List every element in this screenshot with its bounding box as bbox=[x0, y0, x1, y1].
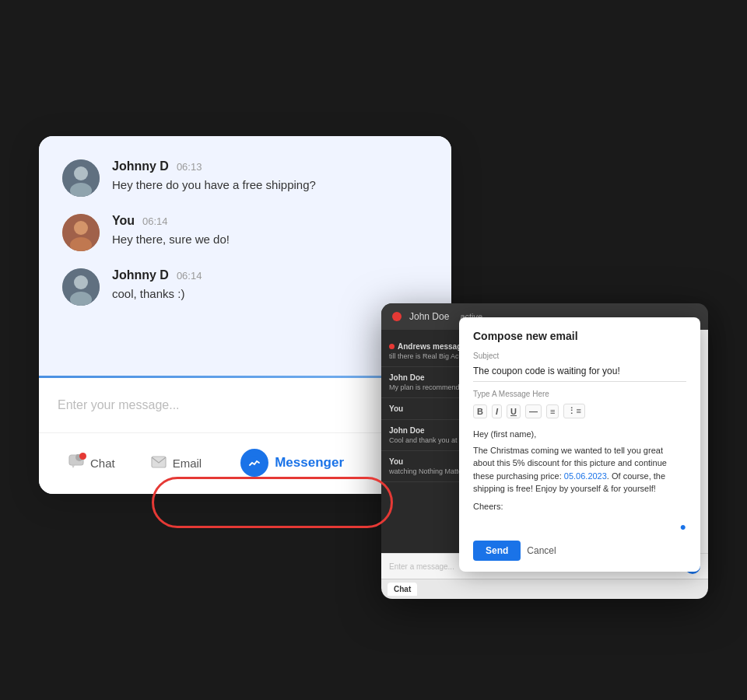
modal-closing: Cheers: bbox=[473, 500, 686, 513]
modal-title: Compose new email bbox=[473, 330, 686, 342]
modal-toolbar: B I U — ≡ ⋮≡ bbox=[473, 401, 686, 422]
tab-email[interactable]: Email bbox=[137, 450, 216, 477]
modal-body-content: The Christmas coming we wanted to tell y… bbox=[473, 444, 686, 495]
underline-button[interactable]: U bbox=[507, 404, 521, 418]
message-content-3: Johnny D 06:14 cool, thanks :) bbox=[112, 268, 202, 302]
message-header-2: You 06:14 bbox=[112, 214, 230, 228]
chat-input-placeholder[interactable]: Enter your message... bbox=[58, 392, 433, 418]
modal-body-text: Hey (first name), The Christmas coming w… bbox=[473, 428, 686, 513]
svg-rect-12 bbox=[152, 457, 166, 467]
message-time-3: 06:14 bbox=[177, 270, 202, 282]
chat-notification-dot bbox=[79, 453, 86, 460]
cancel-button[interactable]: Cancel bbox=[527, 545, 556, 556]
message-row: Johnny D 06:13 Hey there do you have a f… bbox=[62, 159, 428, 197]
message-header-3: Johnny D 06:14 bbox=[112, 268, 202, 282]
messenger-icon bbox=[240, 449, 268, 477]
message-text-3: cool, thanks :) bbox=[112, 285, 202, 302]
tab-chat[interactable]: Chat bbox=[54, 448, 129, 478]
italic-button[interactable]: I bbox=[492, 404, 502, 418]
message-text-1: Hey there do you have a free shipping? bbox=[112, 177, 316, 193]
chat-tab-label: Chat bbox=[90, 457, 115, 470]
body-label: Type a message here bbox=[473, 390, 686, 398]
highlight-date: 05.06.2023 bbox=[564, 471, 607, 481]
list-button[interactable]: ⋮≡ bbox=[563, 404, 584, 418]
bold-button[interactable]: B bbox=[473, 404, 487, 418]
sender-name-2: You bbox=[112, 214, 135, 228]
avatar-you bbox=[62, 214, 100, 251]
message-text-2: Hey there, sure we do! bbox=[112, 231, 230, 247]
align-button[interactable]: ≡ bbox=[546, 404, 559, 418]
send-button[interactable]: Send bbox=[473, 541, 521, 561]
modal-actions: Send Cancel bbox=[473, 541, 686, 561]
avatar-johnny-1 bbox=[62, 159, 100, 197]
header-status-dot bbox=[392, 312, 402, 321]
email-compose-modal: Compose new email Subject Type a message… bbox=[459, 317, 700, 572]
svg-point-7 bbox=[74, 275, 88, 289]
message-time-1: 06:13 bbox=[177, 161, 202, 173]
svg-marker-10 bbox=[72, 465, 75, 468]
message-header-1: Johnny D 06:13 bbox=[112, 159, 316, 173]
message-content-2: You 06:14 Hey there, sure we do! bbox=[112, 214, 230, 247]
messenger-tab-label: Messenger bbox=[275, 455, 344, 471]
svg-point-4 bbox=[74, 221, 88, 235]
message-time-2: 06:14 bbox=[142, 215, 168, 227]
message-row-3: Johnny D 06:14 cool, thanks :) bbox=[62, 268, 428, 306]
message-content-1: Johnny D 06:13 Hey there do you have a f… bbox=[112, 159, 316, 193]
message-row-2: You 06:14 Hey there, sure we do! bbox=[62, 214, 428, 251]
subject-input[interactable] bbox=[473, 362, 686, 382]
chat-icon bbox=[68, 454, 84, 472]
sender-name-3: Johnny D bbox=[112, 268, 169, 282]
subject-label: Subject bbox=[473, 352, 686, 360]
sender-name-1: Johnny D bbox=[112, 159, 169, 173]
email-icon bbox=[151, 456, 167, 471]
secondary-tab-chat[interactable]: Chat bbox=[388, 583, 417, 596]
attach-icon[interactable]: ● bbox=[680, 520, 686, 533]
secondary-tab-bar: Chat bbox=[381, 579, 708, 599]
svg-point-1 bbox=[74, 166, 88, 180]
secondary-header-name: John Doe bbox=[409, 311, 449, 322]
tab-messenger[interactable]: Messenger bbox=[223, 443, 361, 483]
sec-input-placeholder[interactable]: Enter a message... bbox=[389, 562, 454, 571]
avatar-johnny-2 bbox=[62, 268, 100, 306]
separator-button[interactable]: — bbox=[525, 404, 542, 418]
modal-greeting: Hey (first name), bbox=[473, 428, 686, 441]
email-tab-label: Email bbox=[173, 457, 202, 470]
unread-dot-1 bbox=[389, 344, 395, 349]
